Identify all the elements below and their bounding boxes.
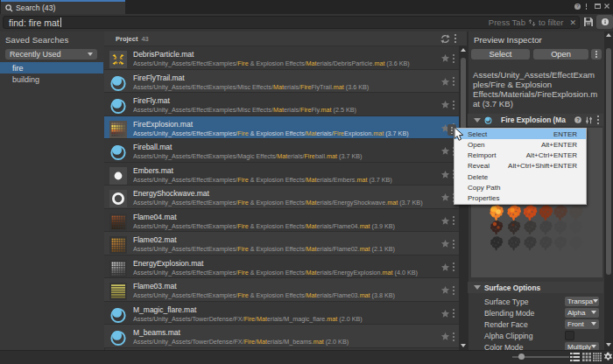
svg-text:?: ? bbox=[575, 4, 578, 9]
svg-text:?: ? bbox=[576, 117, 580, 122]
